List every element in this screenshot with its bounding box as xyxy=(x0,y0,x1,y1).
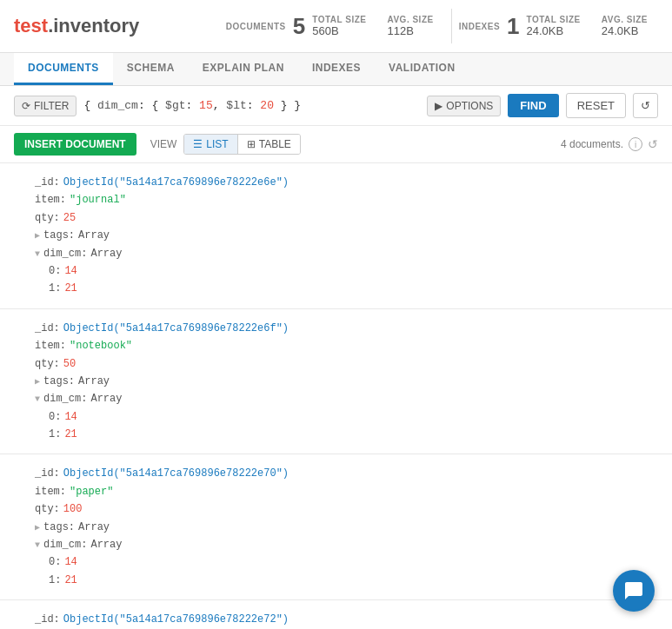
view-label: VIEW xyxy=(150,138,177,150)
documents-count: 5 xyxy=(293,13,305,40)
doc-dimcm-field: ▼dim_cm: Array xyxy=(35,536,658,553)
header: test.inventory DOCUMENTS 5 TOTAL SIZE 56… xyxy=(0,0,672,53)
doc-dim1-field: 1: 21 xyxy=(49,572,658,589)
doc-dim0-field: 0: 14 xyxy=(49,408,658,426)
filter-label: FILTER xyxy=(34,100,69,112)
doc-qty-field: qty: 100 xyxy=(35,500,658,518)
doc-tags-field: ▶tags: Array xyxy=(35,373,658,390)
doc-dim1-field: 1: 21 xyxy=(49,426,658,443)
list-icon: ☰ xyxy=(193,138,203,150)
doc-qty-field: qty: 25 xyxy=(35,209,658,227)
doc-id-field: _id: ObjectId("5a14a17ca769896e78222e72"… xyxy=(35,611,658,628)
history-button[interactable]: ↺ xyxy=(633,93,658,118)
doc-item-field: item: "paper" xyxy=(35,483,658,500)
doc-dim0-field: 0: 14 xyxy=(49,262,658,280)
documents-stat-group: DOCUMENTS 5 TOTAL SIZE 560B AVG. SIZE 11… xyxy=(226,13,434,40)
collapse-dimcm-icon[interactable]: ▼ xyxy=(35,538,40,553)
document-card: _id: ObjectId("5a14a17ca769896e78222e6f"… xyxy=(0,309,672,455)
doc-id-field: _id: ObjectId("5a14a17ca769896e78222e6f"… xyxy=(35,320,658,337)
doc-id-field: _id: ObjectId("5a14a17ca769896e78222e6e"… xyxy=(35,174,658,191)
doc-tags-field: ▶tags: Array xyxy=(35,519,658,536)
logo-rest: .inventory xyxy=(48,15,139,36)
options-button[interactable]: ▶ OPTIONS xyxy=(427,96,501,116)
document-card: _id: ObjectId("5a14a17ca769896e78222e6e"… xyxy=(0,163,672,309)
list-label: LIST xyxy=(206,138,228,150)
chevron-right-icon: ▶ xyxy=(435,100,442,112)
indexes-total-size: TOTAL SIZE 24.0KB xyxy=(527,15,581,37)
filter-icon: ⟳ xyxy=(22,100,30,112)
documents-total-size: TOTAL SIZE 560B xyxy=(312,15,366,37)
filter-query-text: { dim_cm: { $gt: 15, $lt: 20 } } xyxy=(83,99,301,112)
document-card: _id: ObjectId("5a14a17ca769896e78222e70"… xyxy=(0,454,672,600)
tab-validation[interactable]: VALIDATION xyxy=(375,53,469,85)
tabs-bar: DOCUMENTS SCHEMA EXPLAIN PLAN INDEXES VA… xyxy=(0,53,672,86)
header-divider xyxy=(451,9,452,43)
expand-tags-icon[interactable]: ▶ xyxy=(35,374,40,389)
filter-query-area[interactable]: { dim_cm: { $gt: 15, $lt: 20 } } xyxy=(83,99,420,112)
indexes-count: 1 xyxy=(507,13,519,40)
table-label: TABLE xyxy=(259,138,291,150)
doc-dim1-field: 1: 21 xyxy=(49,280,658,297)
document-card: _id: ObjectId("5a14a17ca769896e78222e72"… xyxy=(0,600,672,629)
doc-item-field: item: "journal" xyxy=(35,191,658,209)
info-icon[interactable]: i xyxy=(629,137,642,151)
options-label: OPTIONS xyxy=(446,100,493,112)
doc-dim0-field: 0: 14 xyxy=(49,553,658,571)
chat-bubble-button[interactable] xyxy=(613,570,655,612)
indexes-stat-group: INDEXES 1 TOTAL SIZE 24.0KB AVG. SIZE 24… xyxy=(459,13,648,40)
tab-schema[interactable]: SCHEMA xyxy=(113,53,189,85)
insert-document-button[interactable]: INSERT DOCUMENT xyxy=(14,133,136,156)
expand-tags-icon[interactable]: ▶ xyxy=(35,520,40,535)
tab-documents[interactable]: DOCUMENTS xyxy=(14,53,113,85)
document-count: 4 documents. i ↺ xyxy=(561,137,658,151)
doc-dimcm-field: ▼dim_cm: Array xyxy=(35,390,658,407)
documents-label: DOCUMENTS xyxy=(226,22,286,31)
documents-sizes: TOTAL SIZE 560B AVG. SIZE 112B xyxy=(312,15,433,37)
doc-count-text: 4 documents. xyxy=(561,138,623,150)
indexes-avg-size: AVG. SIZE 24.0KB xyxy=(602,15,648,37)
tab-explain-plan[interactable]: EXPLAIN PLAN xyxy=(189,53,298,85)
doc-item-field: item: "notebook" xyxy=(35,337,658,354)
doc-id-field: _id: ObjectId("5a14a17ca769896e78222e70"… xyxy=(35,465,658,482)
find-button[interactable]: FIND xyxy=(508,94,558,117)
chat-icon xyxy=(623,580,644,601)
filter-button[interactable]: ⟳ FILTER xyxy=(14,96,77,116)
collapse-dimcm-icon[interactable]: ▼ xyxy=(35,392,40,407)
doc-qty-field: qty: 50 xyxy=(35,355,658,373)
logo-test: test xyxy=(14,15,48,36)
filter-bar: ⟳ FILTER { dim_cm: { $gt: 15, $lt: 20 } … xyxy=(0,86,672,126)
reset-button[interactable]: RESET xyxy=(566,93,626,118)
doc-tags-field: ▶tags: Array xyxy=(35,227,658,244)
indexes-label: INDEXES xyxy=(459,22,500,31)
expand-tags-icon[interactable]: ▶ xyxy=(35,228,40,243)
indexes-sizes: TOTAL SIZE 24.0KB AVG. SIZE 24.0KB xyxy=(527,15,648,37)
view-toggle: ☰ LIST ⊞ TABLE xyxy=(183,134,300,155)
tab-indexes[interactable]: INDEXES xyxy=(298,53,375,85)
view-list-option[interactable]: ☰ LIST xyxy=(184,135,237,154)
view-table-option[interactable]: ⊞ TABLE xyxy=(238,135,300,154)
collapse-dimcm-icon[interactable]: ▼ xyxy=(35,247,40,262)
app-logo[interactable]: test.inventory xyxy=(14,15,139,37)
documents-list: _id: ObjectId("5a14a17ca769896e78222e6e"… xyxy=(0,163,672,629)
doc-dimcm-field: ▼dim_cm: Array xyxy=(35,245,658,262)
documents-avg-size: AVG. SIZE 112B xyxy=(387,15,433,37)
table-icon: ⊞ xyxy=(247,138,256,150)
refresh-icon[interactable]: ↺ xyxy=(648,137,658,151)
action-bar: INSERT DOCUMENT VIEW ☰ LIST ⊞ TABLE 4 do… xyxy=(0,126,672,163)
